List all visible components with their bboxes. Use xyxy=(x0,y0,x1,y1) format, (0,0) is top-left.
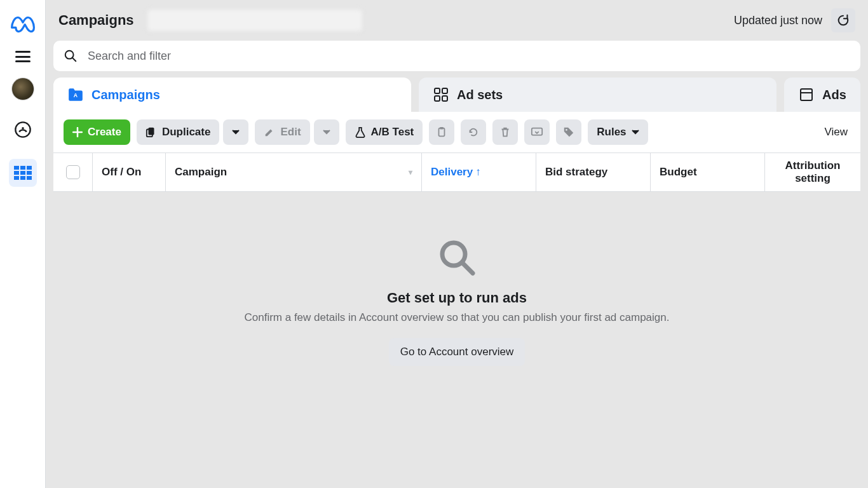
pencil-icon xyxy=(264,126,275,138)
folder-icon: A xyxy=(67,86,84,103)
empty-subtitle: Confirm a few details in Account overvie… xyxy=(244,311,669,324)
svg-rect-6 xyxy=(20,171,25,175)
view-label[interactable]: View xyxy=(824,126,850,139)
column-delivery[interactable]: Delivery ↑ xyxy=(422,153,536,191)
table-header-row: Off / On Campaign ▾ Delivery ↑ Bid strat… xyxy=(53,152,860,192)
updated-status: Updated just now xyxy=(734,14,822,27)
main-content: Campaigns Updated just now A Campaigns xyxy=(46,0,868,488)
create-button[interactable]: Create xyxy=(64,119,130,145)
hamburger-menu-icon[interactable] xyxy=(15,51,31,62)
button-label: Edit xyxy=(280,126,301,139)
svg-rect-17 xyxy=(442,96,447,101)
delete-button[interactable] xyxy=(492,119,518,145)
campaigns-table: Off / On Campaign ▾ Delivery ↑ Bid strat… xyxy=(53,152,860,192)
button-label: A/B Test xyxy=(371,126,414,139)
button-label: Duplicate xyxy=(162,126,211,139)
svg-rect-4 xyxy=(27,166,32,170)
svg-rect-3 xyxy=(20,166,25,170)
svg-rect-15 xyxy=(442,88,447,93)
svg-point-25 xyxy=(566,129,567,131)
svg-rect-20 xyxy=(148,128,154,135)
button-label: Rules xyxy=(597,126,626,139)
tab-adsets[interactable]: Ad sets xyxy=(419,78,776,112)
account-overview-icon[interactable] xyxy=(9,116,37,144)
go-to-overview-button[interactable]: Go to Account overview xyxy=(389,338,526,366)
edit-button[interactable]: Edit xyxy=(255,119,309,145)
button-label: Create xyxy=(88,126,121,139)
chevron-down-icon xyxy=(323,130,330,135)
rules-button[interactable]: Rules xyxy=(588,119,648,145)
undo-icon xyxy=(468,126,479,138)
tab-campaigns[interactable]: A Campaigns xyxy=(53,78,411,112)
search-icon xyxy=(64,49,78,63)
refresh-icon xyxy=(836,13,850,27)
svg-rect-5 xyxy=(14,171,19,175)
clipboard-button[interactable] xyxy=(429,119,454,145)
column-bid-strategy[interactable]: Bid strategy xyxy=(536,153,651,191)
tag-button[interactable] xyxy=(556,119,581,145)
duplicate-dropdown[interactable] xyxy=(223,119,248,145)
tabs-row: A Campaigns Ad sets Ads xyxy=(46,78,868,112)
toolbar: Create Duplicate Edit xyxy=(53,112,860,152)
account-selector[interactable] xyxy=(147,9,363,32)
svg-line-27 xyxy=(463,263,473,273)
sort-up-icon: ↑ xyxy=(475,166,481,179)
select-all-column[interactable] xyxy=(53,153,93,191)
search-input[interactable] xyxy=(88,50,850,63)
export-icon xyxy=(531,126,543,138)
empty-state: Get set up to run ads Confirm a few deta… xyxy=(53,192,860,465)
tab-label: Ad sets xyxy=(457,88,503,102)
svg-rect-14 xyxy=(435,88,440,93)
svg-rect-23 xyxy=(440,127,444,130)
flask-icon xyxy=(355,126,366,138)
page-title: Campaigns xyxy=(58,12,134,29)
tab-label: Campaigns xyxy=(92,88,160,102)
svg-rect-7 xyxy=(27,171,32,175)
svg-rect-18 xyxy=(801,89,812,100)
trash-icon xyxy=(499,126,511,138)
chevron-down-icon xyxy=(232,130,240,135)
duplicate-button[interactable]: Duplicate xyxy=(137,119,220,145)
svg-rect-16 xyxy=(435,96,440,101)
plus-icon xyxy=(72,127,83,137)
svg-rect-2 xyxy=(14,166,19,170)
svg-rect-8 xyxy=(14,176,19,180)
svg-rect-22 xyxy=(439,128,445,137)
svg-point-1 xyxy=(22,127,24,130)
column-onoff[interactable]: Off / On xyxy=(93,153,166,191)
chevron-down-icon xyxy=(632,130,639,135)
sort-caret-icon: ▾ xyxy=(409,168,412,177)
duplicate-button-group: Duplicate xyxy=(137,119,249,145)
meta-logo[interactable] xyxy=(11,11,35,36)
checkbox[interactable] xyxy=(66,165,80,179)
export-button[interactable] xyxy=(524,119,550,145)
tag-icon xyxy=(563,126,574,138)
svg-text:A: A xyxy=(74,92,78,98)
left-rail xyxy=(0,0,46,488)
magnifier-icon xyxy=(436,236,478,278)
tab-label: Ads xyxy=(822,88,846,102)
empty-title: Get set up to run ads xyxy=(387,290,527,306)
column-attribution[interactable]: Attribution setting xyxy=(765,153,860,191)
grid-4-icon xyxy=(433,86,449,103)
ad-icon xyxy=(798,86,815,103)
column-campaign[interactable]: Campaign ▾ xyxy=(166,153,422,191)
svg-rect-10 xyxy=(27,176,32,180)
refresh-button[interactable] xyxy=(831,8,855,32)
campaigns-nav-icon[interactable] xyxy=(9,159,37,187)
clipboard-icon xyxy=(436,126,447,138)
edit-button-group: Edit xyxy=(255,119,339,145)
edit-dropdown[interactable] xyxy=(314,119,339,145)
top-bar: Campaigns Updated just now xyxy=(46,0,868,41)
column-budget[interactable]: Budget xyxy=(651,153,765,191)
svg-line-12 xyxy=(72,58,76,62)
avatar[interactable] xyxy=(11,78,34,100)
copy-icon xyxy=(146,126,157,138)
search-bar[interactable] xyxy=(53,41,860,71)
abtest-button[interactable]: A/B Test xyxy=(346,119,423,145)
svg-rect-9 xyxy=(20,176,25,180)
undo-button[interactable] xyxy=(461,119,486,145)
tab-ads[interactable]: Ads xyxy=(784,78,860,112)
